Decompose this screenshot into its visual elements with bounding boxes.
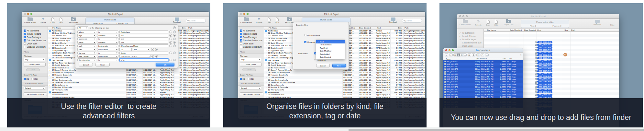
- rule-value-input[interactable]: one: [119, 41, 168, 44]
- refresh-button[interactable]: ⟳ Refresh: [39, 18, 47, 24]
- rule-operator-select[interactable]: is: [97, 52, 118, 54]
- checkbox[interactable]: [24, 39, 26, 42]
- dragged-file[interactable]: IMG_0634.JPG: [535, 62, 552, 65]
- checkbox[interactable]: [24, 42, 26, 45]
- table-row[interactable]: ♪08 Man Or Animal.m4a 10/12/2014... 10/1…: [48, 79, 209, 81]
- column-date-created[interactable]: Date Created: [359, 27, 371, 29]
- checkbox[interactable]: [240, 42, 242, 45]
- new-folder-button[interactable]: ▭: [485, 54, 489, 56]
- sidebar-checkbox-option[interactable]: Calculate folders size: [459, 41, 483, 44]
- dragged-file[interactable]: IMG_0645.JPG: [535, 91, 552, 93]
- minimize-button[interactable]: [449, 49, 450, 51]
- checkbox[interactable]: [24, 46, 26, 48]
- table-row[interactable]: ♪Revelations 10/12/2014... 10/12/2014 16…: [48, 91, 209, 94]
- forward-button[interactable]: ›: [449, 54, 453, 56]
- checkbox[interactable]: [24, 36, 26, 38]
- table-row[interactable]: ♪07 The Worm.m4a 10/12/2014... 10/12/201…: [264, 76, 425, 79]
- arrange-button[interactable]: ▤: [468, 54, 471, 56]
- dragged-file[interactable]: IMG_0641.JPG: [535, 80, 552, 83]
- refresh-button[interactable]: ⟳ Refresh: [474, 20, 483, 26]
- rule-field-select[interactable]: comments: [77, 37, 96, 40]
- table-row[interactable]: ♪Revelations 10/12/2014... 10/12/2014 16…: [264, 91, 425, 94]
- dragged-file[interactable]: IMG_0631.JPG: [535, 54, 552, 56]
- column-date-modified[interactable]: Date Modified: [510, 29, 522, 31]
- finder-row-selected[interactable]: IMG_0643.JPG 20 Aug 2015 at 7:46 PM 2.6 …: [443, 93, 523, 96]
- dragged-file[interactable]: IMG_0643.JPG: [535, 86, 552, 88]
- file-type-select[interactable]: Any: [240, 58, 261, 61]
- table-row[interactable]: ♪04 Doesn't Remind Me.m4a 10/12/2014... …: [48, 69, 209, 72]
- xls-radio[interactable]: xls: [240, 78, 245, 80]
- column-kind[interactable]: Kind: [537, 29, 541, 31]
- menu-item[interactable]: File Extension: [316, 43, 345, 47]
- back-button[interactable]: ‹: [445, 54, 448, 56]
- remove-rule-button[interactable]: −: [151, 55, 154, 58]
- column-file-name[interactable]: File Name: [269, 27, 277, 29]
- action-gear-button[interactable]: ⚙: [472, 54, 475, 56]
- rule-operator-select[interactable]: is: [97, 58, 118, 61]
- rule-field-select[interactable]: size: [77, 48, 96, 51]
- sidebar-checkbox-option[interactable]: All subfolders: [459, 31, 483, 34]
- checkbox[interactable]: [240, 46, 242, 48]
- table-row[interactable]: ♪07 The Worm.m4a 10/12/2014... 10/12/201…: [48, 76, 209, 79]
- refresh-button[interactable]: ⟳ Refresh: [255, 18, 263, 24]
- rule-value-input[interactable]: m4a: [119, 58, 168, 61]
- dragged-file[interactable]: IMG_0644.JPG: [535, 89, 552, 91]
- finder-row-selected[interactable]: IMG_0630.JPG 20 Aug 2015 at 6:26 PM 2.9 …: [443, 60, 523, 63]
- sidebar-checkbox-option[interactable]: Include Folders: [240, 32, 264, 35]
- finder-row-selected[interactable]: IMG_0637.JPG 20 Aug 2015 at 7:15 PM 2.3 …: [443, 78, 523, 81]
- checkbox[interactable]: [240, 33, 242, 35]
- checkbox[interactable]: [459, 38, 461, 41]
- column-kind[interactable]: Kind: [377, 27, 381, 29]
- add-rule-button[interactable]: +: [155, 55, 158, 58]
- dragged-file[interactable]: IMG_0638.JPG: [535, 73, 552, 75]
- add-rule-button[interactable]: +: [173, 30, 176, 33]
- rule-value-input[interactable]: 20/05/2016 15:56:5: [119, 55, 150, 58]
- add-rule-button[interactable]: +: [173, 41, 176, 44]
- add-rule-button[interactable]: +: [173, 52, 176, 54]
- checkbox[interactable]: [459, 42, 461, 44]
- column-path[interactable]: Path: [188, 27, 192, 29]
- finder-row-selected[interactable]: IMG_0635.JPG 20 Aug 2015 at 7:54 PM 2.4 …: [443, 73, 523, 76]
- add-rule-button[interactable]: +: [173, 34, 176, 37]
- column-size[interactable]: Size: [553, 29, 568, 31]
- choose-folder-button[interactable]: Choose Folder: [459, 20, 472, 26]
- checkbox[interactable]: [459, 45, 461, 47]
- table-row[interactable]: ♪06 Heavens Dead.m4a 10/12/2014... 10/12…: [264, 74, 425, 77]
- rule-operator-select[interactable]: contains: [97, 34, 118, 37]
- cancel-button[interactable]: Cancel: [79, 63, 93, 66]
- add-rule-button[interactable]: +: [173, 26, 176, 29]
- add-rule-button[interactable]: +: [155, 48, 158, 51]
- dragged-file[interactable]: IMG_0637.JPG: [535, 70, 552, 72]
- menu-item[interactable]: Date Added: [316, 53, 345, 56]
- dragged-file[interactable]: IMG_0635.JPG: [535, 65, 552, 67]
- rule-value-input[interactable]: red: [119, 34, 168, 37]
- dragged-file[interactable]: IMG_0639.JPG: [535, 75, 552, 77]
- dragged-file[interactable]: IMG_0640.JPG: [535, 78, 552, 80]
- share-button[interactable]: ↥: [476, 54, 480, 56]
- rule-field-select[interactable]: path: [77, 44, 96, 47]
- menu-item[interactable]: ✓ Kind: [316, 40, 345, 43]
- dragged-file[interactable]: IMG_0646.JPG: [535, 94, 552, 96]
- table-row[interactable]: ♪01 revelations.m4a 10/12/2014... 10/12/…: [48, 93, 209, 96]
- close-button[interactable]: [459, 15, 461, 17]
- close-button[interactable]: [24, 13, 26, 15]
- column-file-name[interactable]: File Name: [487, 29, 496, 31]
- dragged-file[interactable]: IMG_0632.JPG: [535, 57, 552, 59]
- finder-row-selected[interactable]: IMG_0644.JPG 20 Aug 2015 at 7:46 PM 2.5 …: [443, 96, 523, 98]
- sidebar-checkbox-option[interactable]: Include Folders: [459, 34, 483, 38]
- column-date-modified[interactable]: Date Modified: [476, 58, 487, 60]
- rule-field-select[interactable]: name: [77, 41, 96, 44]
- column-size[interactable]: Size: [390, 27, 402, 29]
- rule-value-input[interactable]: Audio: [119, 52, 168, 54]
- table-row[interactable]: ♪05 Drown Me Slowly.m4a 10/12/2014... 10…: [48, 71, 209, 74]
- remove-rule-button[interactable]: −: [169, 38, 172, 41]
- table-row[interactable]: ♪09 Yesterday To Tomorrow.m4a 10/12/2014…: [264, 81, 425, 84]
- search-input[interactable]: Search: [402, 19, 422, 23]
- remove-rule-button[interactable]: −: [169, 41, 172, 44]
- xls-radio[interactable]: xls: [24, 78, 29, 80]
- minimize-button[interactable]: [27, 13, 29, 15]
- file-type-select[interactable]: Any: [24, 58, 45, 61]
- checkbox[interactable]: [459, 35, 461, 37]
- finder-row-selected[interactable]: IMG_0634.JPG 20 Aug 2015 at 6:54 PM 3 MB…: [443, 70, 523, 73]
- checkbox[interactable]: [240, 36, 242, 38]
